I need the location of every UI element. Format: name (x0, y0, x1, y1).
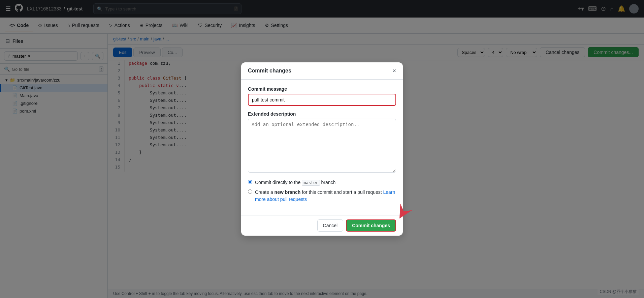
modal-commit-button[interactable]: Commit changes (346, 219, 396, 232)
radio-new-branch: Create a new branch for this commit and … (248, 189, 396, 203)
modal-footer: Cancel Commit changes (241, 215, 403, 236)
new-branch-bold: new branch (275, 189, 301, 195)
modal-overlay[interactable]: Commit changes × Commit message Extended… (0, 0, 644, 298)
modal-cancel-button[interactable]: Cancel (317, 219, 344, 232)
modal-header: Commit changes × (241, 62, 403, 80)
modal-title: Commit changes (248, 68, 291, 74)
commit-modal: Commit changes × Commit message Extended… (241, 62, 403, 236)
commit-message-group: Commit message (248, 86, 396, 106)
branch-code: master (302, 180, 320, 186)
commit-radio-group: Commit directly to the master branch Cre… (248, 179, 396, 203)
radio-newbranch-label: Create a new branch for this commit and … (255, 189, 395, 203)
commit-message-label: Commit message (248, 86, 396, 92)
modal-close-button[interactable]: × (392, 68, 396, 74)
extended-desc-textarea[interactable] (248, 119, 396, 173)
radio-direct: Commit directly to the master branch (248, 179, 396, 186)
radio-newbranch-input[interactable] (248, 189, 252, 194)
extended-desc-group: Extended description (248, 111, 396, 174)
modal-body: Commit message Extended description Comm… (241, 80, 403, 215)
commit-message-input[interactable] (248, 94, 396, 106)
radio-direct-label: Commit directly to the master branch (255, 179, 335, 186)
extended-desc-label: Extended description (248, 111, 396, 117)
radio-direct-input[interactable] (248, 180, 252, 184)
